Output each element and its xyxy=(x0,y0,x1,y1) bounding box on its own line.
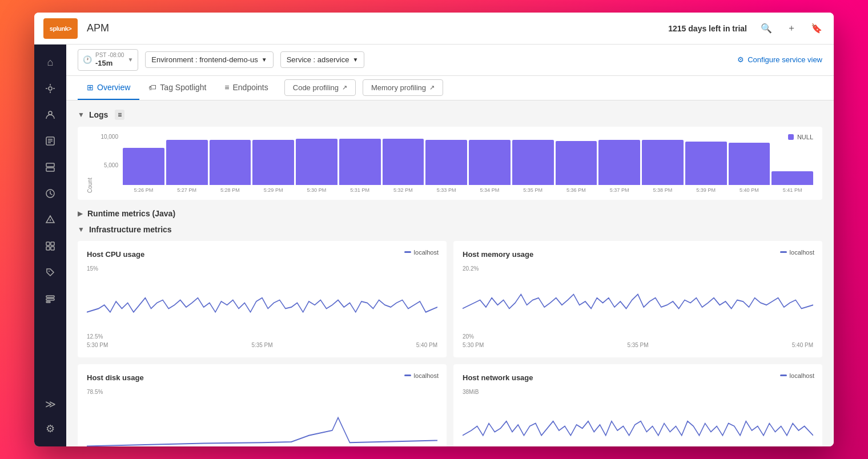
disk-chart-card: Host disk usage localhost 78.5% 78.5% xyxy=(78,364,447,446)
tab-overview-label: Overview xyxy=(97,83,130,92)
code-profiling-btn[interactable]: Code profiling ↗ xyxy=(284,79,356,96)
memory-profiling-btn[interactable]: Memory profiling ↗ xyxy=(363,79,443,96)
infra-section-title: Infrastructure metrics xyxy=(89,225,172,234)
sidebar-item-synthetics[interactable] xyxy=(39,182,62,205)
logs-x-labels: 5:26 PM 5:27 PM 5:28 PM 5:29 PM 5:30 PM … xyxy=(123,187,813,193)
cpu-x-0: 5:30 PM xyxy=(87,342,108,348)
sidebar-item-dashboards[interactable] xyxy=(39,235,62,257)
cpu-chart-card: Host CPU usage localhost 15% 12.5% xyxy=(78,241,447,357)
settings-icon[interactable]: ⚙ xyxy=(39,417,62,440)
network-chart-title: Host network usage xyxy=(463,373,813,382)
bar-5 xyxy=(339,139,381,185)
memory-x-2: 5:40 PM xyxy=(792,342,813,348)
configure-service-btn[interactable]: ⚙ Configure service view xyxy=(737,55,822,64)
code-profiling-external-icon: ↗ xyxy=(342,84,347,91)
logs-section-header[interactable]: ▼ Logs ≡ xyxy=(78,110,822,120)
sidebar-item-data[interactable] xyxy=(39,287,62,310)
network-line-chart xyxy=(463,396,813,446)
time-label: PST -08:00 -15m xyxy=(95,52,124,68)
logs-legend-dot xyxy=(788,134,794,140)
bar-0 xyxy=(123,148,164,185)
bar-12 xyxy=(642,140,684,184)
environment-dropdown[interactable]: Environment : frontend-demo-us ▼ xyxy=(145,51,273,68)
trial-text: 1215 days left in trial xyxy=(668,24,747,33)
cpu-line-chart xyxy=(87,273,437,330)
time-selector[interactable]: 🕐 PST -08:00 -15m ▼ xyxy=(78,49,138,71)
sidebar-collapse-btn[interactable]: ≫ xyxy=(39,393,62,416)
cpu-chart-area: 15% 12.5% 5:30 PM 5:35 PM 5:40 PM xyxy=(87,265,437,348)
memory-x-labels: 5:30 PM 5:35 PM 5:40 PM xyxy=(463,342,813,348)
memory-profiling-external-icon: ↗ xyxy=(429,84,435,91)
bar-4 xyxy=(296,139,337,185)
sidebar-item-logs[interactable] xyxy=(39,130,62,152)
sidebar-item-users[interactable] xyxy=(39,103,62,126)
disk-y-top: 78.5% xyxy=(87,389,437,395)
bar-7 xyxy=(425,140,467,184)
svg-rect-16 xyxy=(46,296,54,297)
timezone-label: PST -08:00 xyxy=(95,52,124,59)
sidebar-item-apm[interactable] xyxy=(39,77,62,100)
scroll-content: ▼ Logs ≡ NULL Count 10,000 xyxy=(66,100,834,446)
logs-section-title: Logs xyxy=(89,110,108,119)
tab-overview[interactable]: ⊞ Overview xyxy=(78,76,139,100)
bar-11 xyxy=(598,140,640,184)
logs-legend-label: NULL xyxy=(797,134,813,140)
infra-section-header[interactable]: ▼ Infrastructure metrics xyxy=(78,225,822,234)
runtime-section-header[interactable]: ▶ Runtime metrics (Java) xyxy=(78,209,822,218)
configure-label: Configure service view xyxy=(748,55,822,64)
env-chevron-icon: ▼ xyxy=(262,57,267,63)
bookmark-icon[interactable]: 🔖 xyxy=(809,21,825,37)
cpu-legend-line xyxy=(404,251,411,253)
infra-section: ▼ Infrastructure metrics Host CPU usage … xyxy=(78,225,822,446)
service-dropdown[interactable]: Service : adservice ▼ xyxy=(280,51,365,68)
x-label-15: 5:41 PM xyxy=(771,187,813,193)
svg-rect-6 xyxy=(46,163,54,167)
x-label-3: 5:29 PM xyxy=(252,187,294,193)
x-label-5: 5:31 PM xyxy=(339,187,381,193)
x-label-11: 5:37 PM xyxy=(598,187,640,193)
bar-2 xyxy=(210,140,251,184)
sidebar: ⌂ xyxy=(34,45,66,446)
logs-chart: Count 10,000 5,000 xyxy=(87,134,813,193)
x-label-4: 5:30 PM xyxy=(296,187,337,193)
sidebar-item-home[interactable]: ⌂ xyxy=(39,51,62,74)
network-y-top: 38MiB xyxy=(463,389,813,395)
cpu-y-top: 15% xyxy=(87,265,437,272)
cpu-x-2: 5:40 PM xyxy=(416,342,437,348)
memory-chart-card: Host memory usage localhost 20.2% 20% xyxy=(453,241,822,357)
infra-chevron-icon: ▼ xyxy=(78,226,85,233)
disk-legend: localhost xyxy=(404,372,439,379)
x-label-14: 5:40 PM xyxy=(729,187,770,193)
topbar: splunk> APM 1215 days left in trial 🔍 ＋ … xyxy=(34,13,834,45)
svc-chevron-icon: ▼ xyxy=(352,57,358,63)
logs-chevron-icon: ▼ xyxy=(78,111,85,119)
sidebar-item-alerts[interactable] xyxy=(39,208,62,231)
cpu-legend: localhost xyxy=(404,249,439,256)
add-icon[interactable]: ＋ xyxy=(783,21,799,37)
logs-bars-area: 5:26 PM 5:27 PM 5:28 PM 5:29 PM 5:30 PM … xyxy=(123,134,813,193)
disk-chart-title: Host disk usage xyxy=(87,373,437,382)
bar-3 xyxy=(252,140,294,184)
bar-9 xyxy=(512,140,554,184)
cpu-legend-label: localhost xyxy=(414,249,439,256)
bar-15 xyxy=(771,171,813,184)
bar-6 xyxy=(383,139,424,185)
topbar-icons: 🔍 ＋ 🔖 xyxy=(758,21,825,37)
memory-x-1: 5:35 PM xyxy=(627,342,648,348)
search-icon[interactable]: 🔍 xyxy=(758,21,774,37)
configure-gear-icon: ⚙ xyxy=(737,55,744,64)
x-label-9: 5:35 PM xyxy=(512,187,554,193)
sidebar-item-infra[interactable] xyxy=(39,156,62,179)
x-label-2: 5:28 PM xyxy=(210,187,251,193)
tab-tag-label: Tag Spotlight xyxy=(160,83,206,92)
memory-line-chart xyxy=(463,273,813,330)
svg-rect-13 xyxy=(46,247,50,250)
tag-icon: 🏷 xyxy=(148,83,156,92)
tab-endpoints[interactable]: ≡ Endpoints xyxy=(215,76,277,100)
logs-legend: NULL xyxy=(788,134,813,140)
environment-label: Environment : frontend-demo-us xyxy=(151,55,258,64)
tab-tag-spotlight[interactable]: 🏷 Tag Spotlight xyxy=(139,76,215,100)
memory-legend-label: localhost xyxy=(790,249,814,256)
svg-point-1 xyxy=(49,111,52,115)
sidebar-item-tags[interactable] xyxy=(39,261,62,284)
